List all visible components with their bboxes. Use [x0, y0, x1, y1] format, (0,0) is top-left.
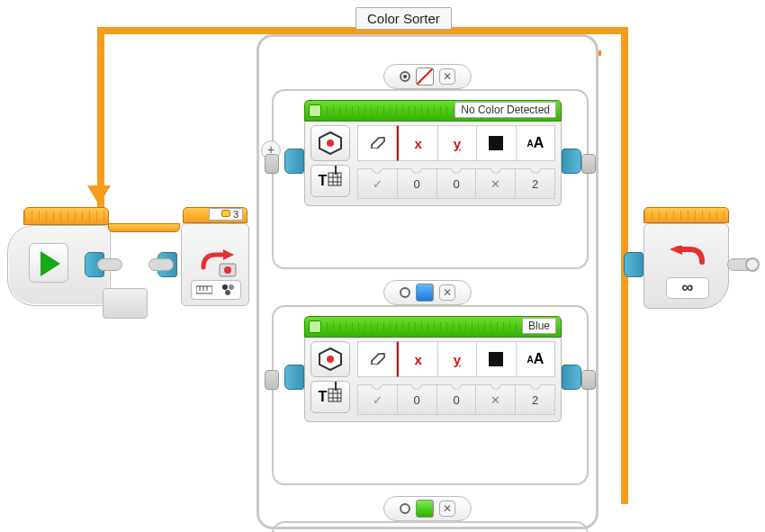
- loop-exit-plug[interactable]: [745, 257, 760, 272]
- param-y[interactable]: y: [438, 341, 477, 377]
- display-value-row: ✓ 0 0 ✕ 2: [357, 384, 555, 415]
- case-remove-button[interactable]: ✕: [439, 500, 455, 517]
- case-in-plug[interactable]: [265, 154, 279, 174]
- val-font[interactable]: 2: [516, 168, 555, 199]
- svg-point-17: [327, 356, 334, 363]
- svg-marker-0: [87, 185, 111, 205]
- val-y[interactable]: 0: [437, 168, 477, 199]
- display-mode-button[interactable]: [310, 125, 350, 161]
- svg-point-8: [222, 284, 228, 290]
- switch-body: [181, 223, 249, 306]
- param-font[interactable]: AA: [517, 341, 555, 377]
- display-submode-button[interactable]: T: [310, 381, 350, 413]
- display-block-blue[interactable]: Blue T: [304, 316, 562, 424]
- start-foot: [103, 288, 148, 319]
- display-out-plug[interactable]: [562, 149, 581, 174]
- case-swatch-nocolor[interactable]: [416, 68, 434, 86]
- svg-rect-18: [328, 389, 341, 401]
- param-color[interactable]: [477, 125, 516, 161]
- val-color[interactable]: ✕: [476, 384, 516, 415]
- val-erase[interactable]: ✓: [357, 168, 398, 199]
- case-frame-blue: Blue T: [272, 305, 589, 485]
- loop-end-block[interactable]: ∞: [644, 207, 729, 311]
- svg-marker-1: [223, 249, 234, 260]
- case-remove-button[interactable]: ✕: [439, 284, 455, 301]
- display-title-field[interactable]: No Color Detected: [454, 102, 556, 118]
- text-icon: T: [319, 389, 328, 405]
- svg-rect-12: [328, 173, 341, 185]
- switch-header: 3: [183, 207, 248, 223]
- switch-container: ✕ + No Color Detected: [256, 34, 598, 529]
- port-icon: [221, 210, 230, 217]
- param-x[interactable]: x: [397, 125, 437, 161]
- case-header-blue[interactable]: ✕: [383, 280, 472, 305]
- case-swatch-blue[interactable]: [416, 284, 434, 302]
- param-erase[interactable]: [357, 125, 397, 161]
- case-radio-selected[interactable]: [400, 71, 410, 82]
- play-icon: [40, 251, 60, 276]
- loop-in-plug[interactable]: [624, 252, 644, 277]
- program-title[interactable]: Color Sorter: [356, 7, 452, 30]
- switch-port[interactable]: 3: [209, 208, 243, 221]
- start-block[interactable]: [7, 207, 120, 311]
- svg-rect-4: [196, 286, 212, 293]
- case-frame-nocolor: + No Color Detected: [272, 89, 589, 269]
- case-in-plug[interactable]: [265, 370, 279, 390]
- display-param-row: x y AA: [357, 125, 555, 161]
- case-frame-green: [272, 521, 589, 532]
- grid-icon: [328, 388, 342, 406]
- text-icon: T: [319, 173, 328, 189]
- svg-point-10: [225, 290, 230, 295]
- display-param-row: x y AA: [357, 341, 555, 377]
- case-header-green[interactable]: ✕: [383, 496, 472, 521]
- display-out-plug[interactable]: [562, 365, 581, 390]
- val-y[interactable]: 0: [437, 384, 477, 415]
- svg-marker-23: [670, 246, 682, 255]
- case-header-nocolor[interactable]: ✕: [383, 64, 472, 89]
- switch-mode[interactable]: [191, 280, 241, 300]
- display-pin-icon: [309, 320, 321, 333]
- param-y[interactable]: y: [438, 125, 477, 161]
- eraser-icon: [368, 134, 386, 152]
- param-color[interactable]: [477, 341, 516, 377]
- loop-end-header: [644, 207, 729, 223]
- case-out-plug[interactable]: [581, 370, 596, 390]
- color-dots-icon: [220, 283, 237, 297]
- display-in-plug[interactable]: [284, 365, 304, 390]
- display-mode-button[interactable]: [310, 341, 350, 377]
- display-block-nocolor[interactable]: No Color Detected T: [304, 100, 562, 208]
- start-header: [23, 207, 109, 225]
- param-erase[interactable]: [357, 341, 397, 377]
- loop-back-icon: [670, 246, 707, 276]
- display-value-row: ✓ 0 0 ✕ 2: [357, 168, 555, 199]
- display-submode-button[interactable]: T: [310, 165, 350, 197]
- case-swatch-green[interactable]: [416, 500, 434, 518]
- svg-point-9: [229, 284, 234, 290]
- val-font[interactable]: 2: [516, 384, 555, 415]
- play-button[interactable]: [29, 243, 68, 283]
- case-radio[interactable]: [400, 503, 410, 514]
- param-x[interactable]: x: [397, 341, 437, 377]
- val-x[interactable]: 0: [398, 168, 437, 199]
- eraser-icon: [368, 350, 386, 368]
- loop-mode-button[interactable]: ∞: [666, 277, 709, 299]
- val-x[interactable]: 0: [398, 384, 437, 415]
- ruler-icon: [196, 284, 212, 296]
- svg-point-11: [327, 140, 334, 147]
- case-remove-button[interactable]: ✕: [439, 68, 455, 85]
- display-title-field[interactable]: Blue: [522, 318, 556, 334]
- target-icon: [319, 347, 342, 371]
- switch-block[interactable]: 3: [176, 207, 255, 311]
- val-color[interactable]: ✕: [476, 168, 516, 199]
- program-canvas[interactable]: Color Sorter 3: [0, 0, 765, 532]
- case-out-plug[interactable]: [581, 154, 596, 174]
- param-font[interactable]: AA: [517, 125, 555, 161]
- grid-icon: [328, 172, 342, 190]
- display-in-plug[interactable]: [284, 149, 304, 174]
- target-icon: [319, 131, 342, 155]
- case-radio[interactable]: [400, 287, 410, 298]
- display-pin-icon: [309, 104, 321, 117]
- svg-point-3: [224, 266, 231, 274]
- val-erase[interactable]: ✓: [357, 384, 398, 415]
